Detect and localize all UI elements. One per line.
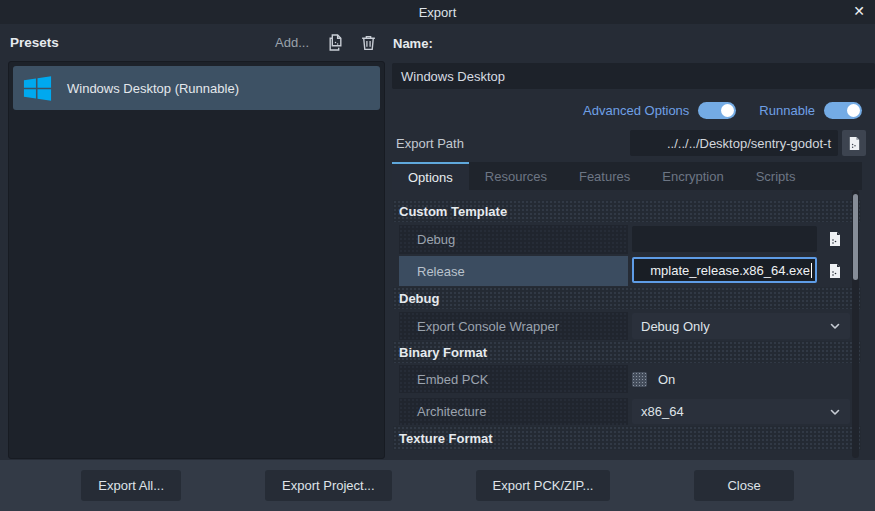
presets-panel: Presets Add... Windows D xyxy=(8,28,385,459)
preset-item-windows-desktop[interactable]: Windows Desktop (Runnable) xyxy=(13,66,380,110)
toggle-knob xyxy=(721,104,734,117)
embed-pck-checkbox[interactable] xyxy=(632,372,647,387)
close-button[interactable]: Close xyxy=(694,470,793,501)
export-path-browse-button[interactable] xyxy=(842,130,866,156)
duplicate-icon[interactable] xyxy=(327,34,344,51)
console-wrapper-value: Debug Only xyxy=(641,319,710,334)
architecture-dropdown[interactable]: x86_64 xyxy=(632,399,850,424)
dialog-footer: Export All... Export Project... Export P… xyxy=(0,460,875,511)
section-texture-format: Texture Format xyxy=(393,426,861,450)
presets-title: Presets xyxy=(10,35,59,50)
property-row-release-template: Release mplate_release.x86_64.exe xyxy=(392,255,862,287)
tab-features[interactable]: Features xyxy=(563,162,646,190)
toggle-knob xyxy=(847,104,860,117)
architecture-value: x86_64 xyxy=(641,404,684,419)
chevron-down-icon xyxy=(829,406,841,418)
chevron-down-icon xyxy=(829,320,841,332)
tab-encryption[interactable]: Encryption xyxy=(646,162,739,190)
debug-template-input[interactable] xyxy=(632,226,817,252)
advanced-options-toggle[interactable] xyxy=(698,102,736,119)
tab-resources[interactable]: Resources xyxy=(469,162,563,190)
property-row-debug-template: Debug xyxy=(392,224,862,255)
property-row-embed-pck: Embed PCK On xyxy=(392,364,862,394)
release-template-input[interactable]: mplate_release.x86_64.exe xyxy=(632,257,817,283)
architecture-label: Architecture xyxy=(399,398,628,425)
export-all-button[interactable]: Export All... xyxy=(81,470,181,501)
options-tab-panel: Custom Template Debug Release mplate_rel… xyxy=(392,190,862,458)
export-settings-panel: Name: Windows Desktop Advanced Options R… xyxy=(392,28,875,459)
export-path-input[interactable]: ../../../Desktop/sentry-godot-t xyxy=(630,130,838,156)
preset-item-label: Windows Desktop (Runnable) xyxy=(67,81,239,96)
property-row-console-wrapper: Export Console Wrapper Debug Only xyxy=(392,311,862,341)
export-path-row: Export Path ../../../Desktop/sentry-godo… xyxy=(392,129,866,157)
close-icon[interactable]: ✕ xyxy=(850,2,868,20)
options-scrollbar[interactable] xyxy=(852,190,859,458)
add-preset-button[interactable]: Add... xyxy=(275,35,309,50)
release-template-file-icon[interactable] xyxy=(824,260,846,282)
scrollbar-thumb[interactable] xyxy=(853,194,858,280)
property-row-architecture: Architecture x86_64 xyxy=(392,397,862,426)
presets-header: Presets Add... xyxy=(8,28,385,56)
tab-scripts[interactable]: Scripts xyxy=(740,162,812,190)
export-dialog: Export ✕ Presets Add... xyxy=(0,0,875,511)
tab-options[interactable]: Options xyxy=(392,162,469,190)
toggles-row: Advanced Options Runnable xyxy=(392,98,862,122)
section-debug: Debug xyxy=(393,287,861,309)
release-template-value: mplate_release.x86_64.exe xyxy=(650,263,810,278)
debug-template-label: Debug xyxy=(399,225,628,254)
dialog-title: Export xyxy=(419,5,457,20)
export-path-label: Export Path xyxy=(396,136,464,151)
preset-list: Windows Desktop (Runnable) xyxy=(8,61,385,459)
name-input[interactable]: Windows Desktop xyxy=(392,63,875,89)
name-label: Name: xyxy=(393,36,433,51)
section-binary-format: Binary Format xyxy=(393,341,861,363)
embed-pck-label: Embed PCK xyxy=(399,365,628,393)
section-custom-template: Custom Template xyxy=(393,200,861,222)
windows-logo-icon xyxy=(22,73,53,104)
advanced-options-label: Advanced Options xyxy=(583,103,689,118)
console-wrapper-dropdown[interactable]: Debug Only xyxy=(632,313,850,339)
runnable-toggle[interactable] xyxy=(824,102,862,119)
embed-pck-value: On xyxy=(658,364,675,394)
runnable-label: Runnable xyxy=(759,103,815,118)
export-pck-zip-button[interactable]: Export PCK/ZIP... xyxy=(476,470,611,501)
text-cursor xyxy=(811,263,812,278)
delete-preset-icon[interactable] xyxy=(360,34,377,51)
export-project-button[interactable]: Export Project... xyxy=(265,470,391,501)
debug-template-file-icon[interactable] xyxy=(824,228,846,250)
release-template-label: Release xyxy=(399,256,628,286)
console-wrapper-label: Export Console Wrapper xyxy=(399,312,628,340)
tab-bar: Options Resources Features Encryption Sc… xyxy=(392,162,862,190)
dialog-titlebar: Export ✕ xyxy=(0,0,875,24)
